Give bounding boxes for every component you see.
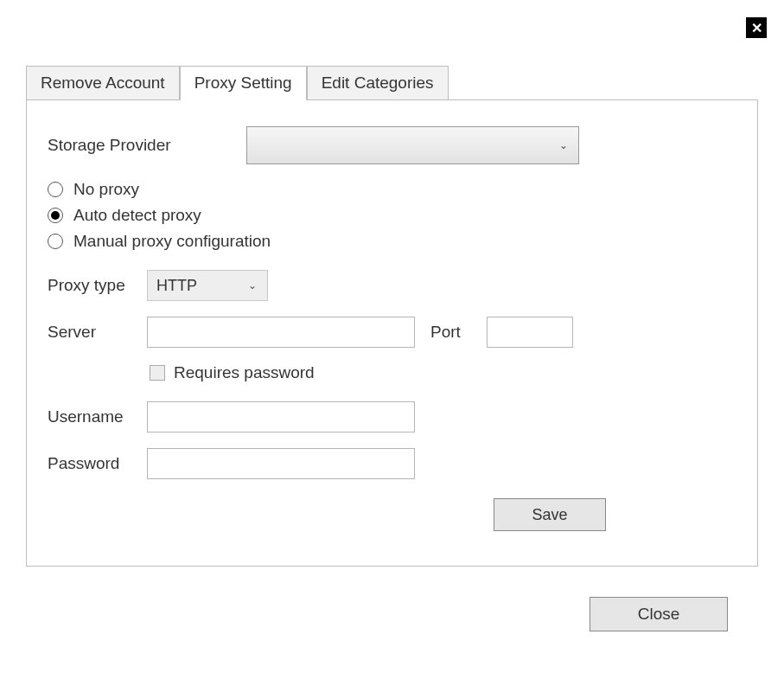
proxy-type-dropdown[interactable]: HTTP ⌄ xyxy=(147,270,268,301)
tab-row: Remove Account Proxy Setting Edit Catego… xyxy=(26,65,758,99)
radio-manual[interactable] xyxy=(48,234,63,249)
requires-password-label: Requires password xyxy=(174,363,315,382)
port-label: Port xyxy=(430,323,461,342)
chevron-down-icon: ⌄ xyxy=(248,279,257,292)
proxy-type-value: HTTP xyxy=(156,277,197,295)
server-label: Server xyxy=(48,323,147,342)
password-input[interactable] xyxy=(147,448,415,479)
username-input[interactable] xyxy=(147,401,415,432)
radio-no-proxy[interactable] xyxy=(48,182,63,197)
proxy-type-label: Proxy type xyxy=(48,276,147,295)
storage-provider-label: Storage Provider xyxy=(48,136,246,155)
proxy-setting-panel: Storage Provider ⌄ No proxy Auto detect … xyxy=(26,99,758,567)
radio-manual-label: Manual proxy configuration xyxy=(73,232,271,251)
password-label: Password xyxy=(48,454,147,473)
save-button[interactable]: Save xyxy=(494,498,606,531)
close-button[interactable]: Close xyxy=(590,597,728,631)
tab-edit-categories[interactable]: Edit Categories xyxy=(307,66,449,100)
port-input[interactable] xyxy=(487,317,573,348)
username-label: Username xyxy=(48,407,147,426)
storage-provider-dropdown[interactable]: ⌄ xyxy=(246,126,579,164)
tab-proxy-setting[interactable]: Proxy Setting xyxy=(180,66,307,100)
requires-password-checkbox[interactable] xyxy=(150,365,165,381)
radio-no-proxy-label: No proxy xyxy=(73,180,139,199)
tab-remove-account[interactable]: Remove Account xyxy=(26,66,180,100)
window-close-icon[interactable]: ✕ xyxy=(746,17,767,38)
radio-auto-detect-label: Auto detect proxy xyxy=(73,206,201,225)
chevron-down-icon: ⌄ xyxy=(559,139,568,151)
radio-auto-detect[interactable] xyxy=(48,208,63,223)
server-input[interactable] xyxy=(147,317,415,348)
